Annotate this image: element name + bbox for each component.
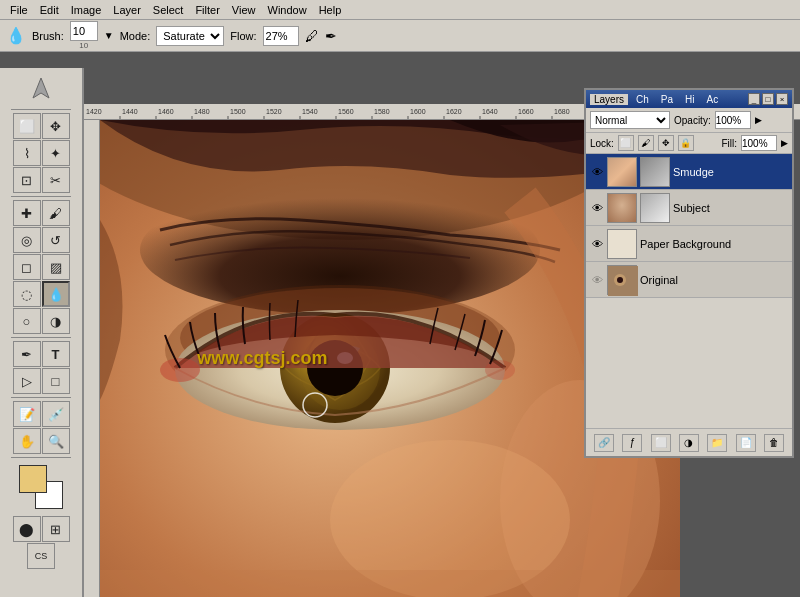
selection-tool[interactable]: ▷ xyxy=(13,368,41,394)
tab-layers[interactable]: Layers xyxy=(590,94,628,105)
add-style-btn[interactable]: ƒ xyxy=(622,434,642,452)
menu-select[interactable]: Select xyxy=(147,4,190,16)
layer-thumb-smudge xyxy=(607,157,637,187)
eyedropper-tool[interactable]: 💉 xyxy=(42,401,70,427)
tab-history[interactable]: Hi xyxy=(681,94,698,105)
color-swatches[interactable] xyxy=(19,465,63,509)
opacity-arrow[interactable]: ▶ xyxy=(755,115,762,125)
fill-input[interactable] xyxy=(741,135,777,151)
tab-paths[interactable]: Pa xyxy=(657,94,677,105)
screen-mode-btn[interactable]: ⊞ xyxy=(42,516,70,542)
svg-text:1500: 1500 xyxy=(230,108,246,115)
eraser-tool[interactable]: ◻ xyxy=(13,254,41,280)
mode-label: Mode: xyxy=(120,30,151,42)
menu-layer[interactable]: Layer xyxy=(107,4,147,16)
layer-row-paper[interactable]: 👁 Paper Background xyxy=(586,226,792,262)
switch-to-cs-btn[interactable]: CS xyxy=(27,543,55,569)
new-layer-btn[interactable]: 📄 xyxy=(736,434,756,452)
minimize-btn[interactable]: _ xyxy=(748,93,760,105)
tab-actions[interactable]: Ac xyxy=(703,94,723,105)
pen-tool[interactable]: ✒ xyxy=(13,341,41,367)
shape-tool[interactable]: □ xyxy=(42,368,70,394)
burn-tool[interactable]: ◑ xyxy=(42,308,70,334)
move-tool[interactable]: ✥ xyxy=(42,113,70,139)
airbrush-icon[interactable]: ✒ xyxy=(325,28,337,44)
flow-input[interactable] xyxy=(263,26,299,46)
marquee-tool[interactable]: ⬜ xyxy=(13,113,41,139)
menu-window[interactable]: Window xyxy=(262,4,313,16)
menu-view[interactable]: View xyxy=(226,4,262,16)
close-btn[interactable]: × xyxy=(776,93,788,105)
layer-thumb-subject xyxy=(607,193,637,223)
menu-file[interactable]: File xyxy=(4,4,34,16)
brush-label: Brush: xyxy=(32,30,64,42)
link-layers-btn[interactable]: 🔗 xyxy=(594,434,614,452)
new-group-btn[interactable]: 📁 xyxy=(707,434,727,452)
layer-row-smudge[interactable]: 👁 Smudge xyxy=(586,154,792,190)
smudge-tool[interactable]: 💧 xyxy=(42,281,70,307)
maximize-btn[interactable]: □ xyxy=(762,93,774,105)
menu-filter[interactable]: Filter xyxy=(189,4,225,16)
tab-channels[interactable]: Ch xyxy=(632,94,653,105)
crop-tool[interactable]: ⊡ xyxy=(13,167,41,193)
menu-help[interactable]: Help xyxy=(313,4,348,16)
quick-mask-btn[interactable]: ⬤ xyxy=(13,516,41,542)
layer-thumb-original xyxy=(607,265,637,295)
svg-text:1420: 1420 xyxy=(86,108,102,115)
type-tool[interactable]: T xyxy=(42,341,70,367)
fill-label: Fill: xyxy=(721,138,737,149)
layer-visibility-smudge[interactable]: 👁 xyxy=(590,165,604,179)
blur-tool[interactable]: ◌ xyxy=(13,281,41,307)
menu-image[interactable]: Image xyxy=(65,4,108,16)
dodge-tool[interactable]: ○ xyxy=(13,308,41,334)
brush-size-input[interactable] xyxy=(70,21,98,41)
opacity-label: Opacity: xyxy=(674,115,711,126)
new-adjustment-btn[interactable]: ◑ xyxy=(679,434,699,452)
lock-position-btn[interactable]: ✥ xyxy=(658,135,674,151)
layer-visibility-paper[interactable]: 👁 xyxy=(590,237,604,251)
brush-picker-btn[interactable]: ▼ xyxy=(104,30,114,41)
layer-row-subject[interactable]: 👁 Subject xyxy=(586,190,792,226)
svg-text:1660: 1660 xyxy=(518,108,534,115)
menu-edit[interactable]: Edit xyxy=(34,4,65,16)
layer-name-subject: Subject xyxy=(673,202,788,214)
svg-rect-40 xyxy=(84,120,100,597)
lock-all-btn[interactable]: 🔒 xyxy=(678,135,694,151)
layers-panel: Layers Ch Pa Hi Ac _ □ × Normal Opacity:… xyxy=(584,88,794,458)
fill-arrow[interactable]: ▶ xyxy=(781,138,788,148)
lock-paint-btn[interactable]: 🖌 xyxy=(638,135,654,151)
layer-visibility-subject[interactable]: 👁 xyxy=(590,201,604,215)
lasso-tool[interactable]: ⌇ xyxy=(13,140,41,166)
svg-text:1640: 1640 xyxy=(482,108,498,115)
foreground-color[interactable] xyxy=(19,465,47,493)
layer-name-smudge: Smudge xyxy=(673,166,788,178)
menubar: File Edit Image Layer Select Filter View… xyxy=(0,0,800,20)
blend-mode-select[interactable]: Normal xyxy=(590,111,670,129)
clone-tool[interactable]: ◎ xyxy=(13,227,41,253)
options-bar: 💧 Brush: 10 ▼ Mode: Saturate Flow: 🖊 ✒ xyxy=(0,20,800,52)
layer-thumb-paper xyxy=(607,229,637,259)
layer-mask-subject xyxy=(640,193,670,223)
slice-tool[interactable]: ✂ xyxy=(42,167,70,193)
layer-row-original[interactable]: 👁 Original xyxy=(586,262,792,298)
add-mask-btn[interactable]: ⬜ xyxy=(651,434,671,452)
brush-tool[interactable]: 🖌 xyxy=(42,200,70,226)
mode-select[interactable]: Saturate xyxy=(156,26,224,46)
layer-visibility-original[interactable]: 👁 xyxy=(590,273,604,287)
healing-tool[interactable]: ✚ xyxy=(13,200,41,226)
zoom-tool[interactable]: 🔍 xyxy=(42,428,70,454)
hand-tool[interactable]: ✋ xyxy=(13,428,41,454)
opacity-input[interactable] xyxy=(715,111,751,129)
magic-wand-tool[interactable]: ✦ xyxy=(42,140,70,166)
svg-text:1460: 1460 xyxy=(158,108,174,115)
layers-lock-row: Lock: ⬜ 🖌 ✥ 🔒 Fill: ▶ xyxy=(586,133,792,154)
delete-layer-btn[interactable]: 🗑 xyxy=(764,434,784,452)
smudge-tool-icon: 💧 xyxy=(6,26,26,45)
notes-tool[interactable]: 📝 xyxy=(13,401,41,427)
layer-name-paper: Paper Background xyxy=(640,238,788,250)
svg-text:1520: 1520 xyxy=(266,108,282,115)
history-brush-tool[interactable]: ↺ xyxy=(42,227,70,253)
gradient-tool[interactable]: ▨ xyxy=(42,254,70,280)
lock-transparent-btn[interactable]: ⬜ xyxy=(618,135,634,151)
flow-slider-icon[interactable]: 🖊 xyxy=(305,28,319,44)
